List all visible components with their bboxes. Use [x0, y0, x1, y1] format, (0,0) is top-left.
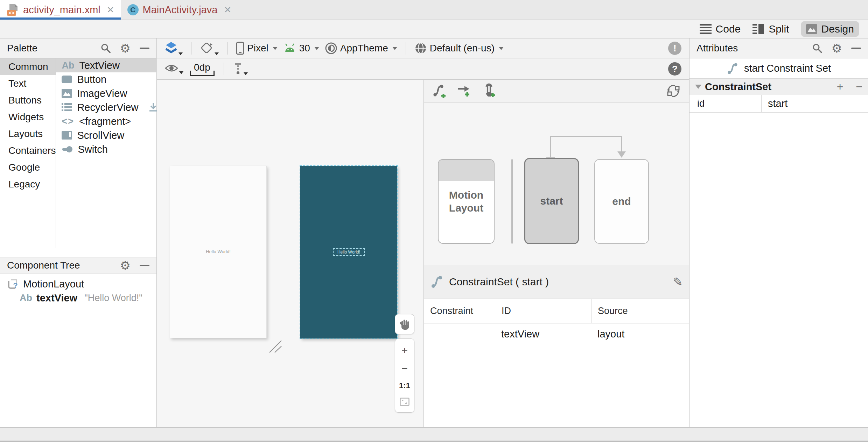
help-icon[interactable]: ?: [668, 62, 681, 76]
api-level-selector[interactable]: 30: [283, 43, 319, 54]
palette-category-widgets[interactable]: Widgets: [0, 109, 56, 126]
constraint-table-row[interactable]: textView layout: [424, 323, 689, 344]
design-canvas[interactable]: Hello World! Hello World!: [157, 80, 424, 427]
motion-editor-toolbar: [424, 80, 689, 102]
start-card-label: start: [540, 195, 563, 207]
gear-icon[interactable]: ⚙: [120, 259, 131, 271]
motionlayout-icon: ?: [6, 278, 19, 290]
orientation-button[interactable]: [200, 41, 219, 55]
design-view-device[interactable]: Hello World!: [170, 166, 267, 338]
palette-category-google[interactable]: Google: [0, 159, 56, 176]
motion-cycle-icon[interactable]: [666, 84, 681, 98]
chevron-down-icon: [178, 52, 183, 55]
remove-attribute-icon[interactable]: −: [856, 81, 862, 92]
attributes-title: Attributes: [696, 43, 738, 54]
design-surface-selector[interactable]: [164, 41, 183, 55]
issue-panel-icon[interactable]: !: [668, 42, 681, 55]
palette-item-label: TextView: [79, 60, 120, 71]
hide-panel-icon[interactable]: [140, 265, 149, 266]
add-attribute-icon[interactable]: +: [837, 81, 844, 92]
palette-title: Palette: [7, 43, 37, 54]
attribute-row-id[interactable]: id start: [690, 95, 868, 113]
gear-icon[interactable]: ⚙: [832, 42, 842, 54]
add-click-swipe-handler-icon[interactable]: [482, 83, 495, 99]
constraintset-icon: [727, 62, 739, 75]
zoom-reset-button[interactable]: 1:1: [399, 381, 410, 390]
palette-item-label: Button: [77, 74, 106, 85]
constraintset-section-header[interactable]: ConstraintSet + −: [690, 79, 868, 95]
chevron-down-icon: [499, 47, 504, 50]
java-class-icon: C: [127, 4, 139, 15]
search-icon[interactable]: [812, 43, 822, 54]
zoom-out-button[interactable]: −: [401, 363, 408, 374]
constraintset-end-card[interactable]: end: [594, 159, 649, 244]
motion-editor-panel: Motion Layout start end: [424, 80, 689, 427]
textview-ab-icon: Ab: [20, 293, 32, 304]
zoom-in-button[interactable]: +: [401, 345, 408, 356]
palette-item-fragment[interactable]: <> <fragment>: [56, 114, 163, 128]
palette-category-legacy[interactable]: Legacy: [0, 176, 56, 193]
svg-text:<>: <>: [9, 10, 14, 16]
tree-node-motionlayout[interactable]: ? MotionLayout: [0, 277, 156, 291]
view-options-button[interactable]: [164, 64, 183, 74]
motion-layout-card[interactable]: Motion Layout: [438, 159, 495, 244]
gear-icon[interactable]: ⚙: [120, 42, 131, 54]
tab-mainactivity-java[interactable]: C MainActivity.java ✕: [121, 0, 238, 20]
mode-split-label: Split: [769, 23, 789, 35]
palette-item-textview[interactable]: Ab TextView: [56, 58, 163, 72]
palette-category-common[interactable]: Common: [0, 58, 56, 75]
palette-item-scrollview[interactable]: ScrollView: [56, 128, 163, 142]
search-icon[interactable]: [100, 43, 111, 54]
design-icon: [806, 24, 817, 34]
palette-category-text[interactable]: Text: [0, 75, 56, 92]
scrollview-icon: [62, 131, 72, 140]
palette-category-buttons[interactable]: Buttons: [0, 92, 56, 109]
tab-activity-main-xml[interactable]: <> activity_main.xml ✕: [0, 0, 121, 20]
editor-mode-bar: Code Split Design: [0, 20, 868, 38]
palette-item-button[interactable]: Button: [56, 72, 163, 86]
mode-code-button[interactable]: Code: [700, 23, 741, 35]
guideline-button[interactable]: [233, 63, 248, 75]
pan-button[interactable]: [395, 314, 414, 334]
zoom-to-fit-icon[interactable]: [400, 398, 410, 406]
hide-panel-icon[interactable]: [851, 48, 861, 49]
chevron-down-icon: [314, 47, 319, 50]
palette-item-recyclerview[interactable]: RecyclerView: [56, 100, 163, 114]
default-margins-button[interactable]: 0dp: [190, 62, 215, 76]
component-tree-header: Component Tree ⚙: [0, 257, 156, 273]
palette-category-layouts[interactable]: Layouts: [0, 126, 56, 142]
palette-item-imageview[interactable]: ImageView: [56, 86, 163, 100]
palette-item-label: ScrollView: [77, 130, 124, 141]
palette-item-label: <fragment>: [79, 116, 131, 127]
close-icon[interactable]: ✕: [224, 5, 231, 15]
blueprint-textview-selected[interactable]: Hello World!: [333, 248, 365, 256]
theme-selector[interactable]: AppTheme: [325, 42, 397, 55]
edit-pencil-icon[interactable]: ✎: [673, 275, 683, 289]
locale-selector[interactable]: Default (en-us): [414, 42, 504, 55]
tree-node-textview[interactable]: Ab textView "Hello World!": [0, 291, 156, 305]
mode-design-button[interactable]: Design: [801, 21, 859, 37]
constraintset-start-card[interactable]: start: [524, 158, 579, 244]
hide-panel-icon[interactable]: [140, 48, 149, 49]
column-id[interactable]: ID: [495, 299, 591, 323]
blueprint-view-device[interactable]: Hello World!: [300, 166, 397, 338]
pan-hand-icon: [399, 318, 411, 330]
close-icon[interactable]: ✕: [107, 5, 114, 15]
constraint-table-header: Constraint ID Source: [424, 299, 689, 323]
canvas-resize-handle[interactable]: [268, 339, 284, 354]
add-constraintset-icon[interactable]: [432, 83, 447, 99]
section-title: ConstraintSet: [705, 81, 771, 93]
column-constraint[interactable]: Constraint: [424, 299, 495, 323]
column-source[interactable]: Source: [591, 299, 689, 323]
device-selector[interactable]: Pixel: [236, 42, 278, 55]
mode-split-button[interactable]: Split: [752, 23, 789, 35]
palette-category-containers[interactable]: Containers: [0, 142, 56, 159]
tree-node-detail: "Hello World!": [84, 293, 142, 304]
attribute-value[interactable]: start: [762, 95, 868, 112]
theme-label: AppTheme: [340, 43, 388, 54]
imageview-icon: [62, 89, 72, 98]
chevron-down-icon: [179, 71, 183, 74]
add-transition-icon[interactable]: [457, 83, 471, 99]
button-icon: [62, 76, 72, 83]
palette-item-switch[interactable]: Switch: [56, 142, 163, 156]
